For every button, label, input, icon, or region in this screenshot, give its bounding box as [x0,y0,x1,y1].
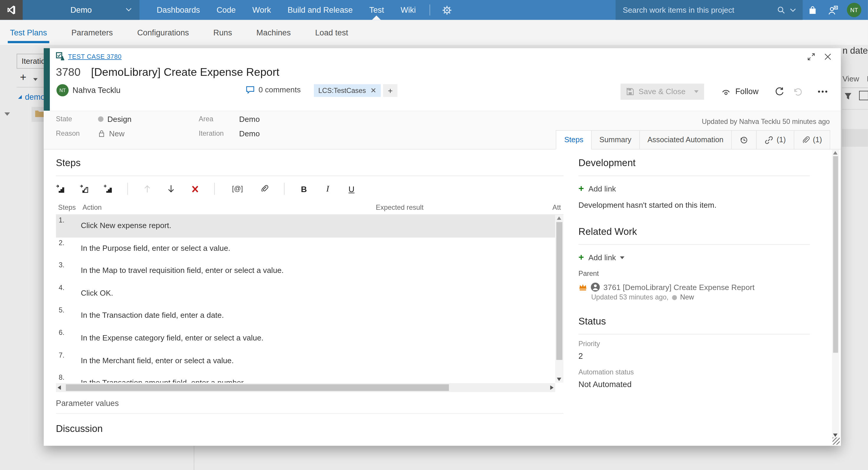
nav-item-code[interactable]: Code [208,0,244,20]
area-field[interactable]: Demo [239,115,350,123]
follow-button[interactable]: Follow [721,87,758,96]
scrollbar-thumb[interactable] [66,384,449,391]
search-input[interactable] [623,6,773,14]
tab-links[interactable]: (1) [756,130,794,150]
move-step-up-button[interactable] [143,184,152,193]
nav-item-build-and-release[interactable]: Build and Release [279,0,361,20]
new-dropdown-caret-icon[interactable] [33,78,38,83]
step-row[interactable]: 2. In the Purpose field, enter or select… [56,237,555,260]
tab-runs[interactable]: Runs [213,20,232,45]
step-row[interactable]: 4. Click OK. [56,282,555,305]
step-action-cell[interactable]: In the Expense category field, enter or … [81,327,264,350]
work-item-type-link[interactable]: TEST CASE 3780 [68,53,122,60]
scroll-right-icon[interactable] [550,385,554,390]
column-options-icon[interactable] [859,91,868,100]
step-action-cell[interactable]: In the Transaction amount field, enter a… [81,372,245,383]
step-action-cell[interactable]: In the Merchant field, enter or select a… [81,350,234,372]
dialog-scrollbar[interactable] [832,150,839,439]
nav-item-wiki[interactable]: Wiki [392,0,424,20]
move-step-down-button[interactable] [167,184,176,193]
add-tag-button[interactable]: + [383,84,398,97]
nav-item-work[interactable]: Work [244,0,279,20]
step-action-cell[interactable]: Click New expense report. [81,215,172,237]
iteration-field[interactable]: Demo [239,129,350,138]
parent-work-item-link[interactable]: 3761 [DemoLibrary] Create Expense Report [603,283,755,292]
nav-item-dashboards[interactable]: Dashboards [148,0,208,20]
step-row[interactable]: 6. In the Expense category field, enter … [56,327,555,350]
refresh-button[interactable] [775,87,784,96]
scroll-up-icon[interactable] [557,216,561,220]
step-row[interactable]: 3. In the Map to travel requisition fiel… [56,260,555,282]
maximize-dialog-button[interactable] [807,53,815,63]
collapse-pane-icon[interactable] [4,112,10,119]
delete-step-button[interactable] [190,184,199,193]
close-dialog-button[interactable] [824,53,832,63]
underline-button[interactable]: U [347,184,356,193]
insert-step-button[interactable] [56,184,65,193]
development-add-link-button[interactable]: + Add link [578,183,810,195]
marketplace-button[interactable] [803,0,823,20]
invite-user-button[interactable] [823,0,843,20]
undo-button[interactable] [794,87,803,96]
tag-chip[interactable]: LCS:TestCases ✕ [314,84,381,97]
steps-vertical-scrollbar[interactable] [555,215,563,383]
search-scope-dropdown[interactable] [789,0,797,20]
save-and-close-button[interactable]: Save & Close [620,83,704,99]
assigned-to-field[interactable]: NT Nahva Tecklu [56,84,120,96]
vsts-logo[interactable] [0,0,23,20]
tab-attachments[interactable]: (1) [794,130,830,150]
comments-button[interactable]: 0 comments [246,85,301,94]
state-field[interactable]: Design [98,115,199,123]
related-add-link-button[interactable]: + Add link [578,252,810,263]
scroll-down-icon[interactable] [833,434,838,437]
tree-node-demo[interactable]: demo [17,92,45,101]
steps-horizontal-scrollbar[interactable] [56,383,555,392]
tab-steps[interactable]: Steps [556,130,592,150]
parent-work-item-row[interactable]: 3761 [DemoLibrary] Create Expense Report [578,282,810,292]
step-action-cell[interactable]: In the Purpose field, enter or select a … [81,237,230,260]
work-item-title[interactable]: 3780[DemoLibrary] Create Expense Report [56,66,280,79]
tab-load-test[interactable]: Load test [315,20,348,45]
nav-item-test[interactable]: Test [361,0,392,20]
search-box[interactable] [616,0,803,20]
tab-history[interactable] [731,130,756,150]
step-action-cell[interactable]: In the Map to travel requisition field, … [81,260,284,282]
more-actions-button[interactable]: ••• [818,87,829,96]
insert-parameter-button[interactable]: [@] [230,184,245,193]
state-value: Design [107,115,131,123]
step-action-cell[interactable]: Click OK. [81,282,113,305]
view-selector[interactable]: ViewList [842,74,868,83]
save-options-caret-icon[interactable] [694,90,699,95]
tab-parameters[interactable]: Parameters [71,20,113,45]
project-selector[interactable]: Demo [23,0,140,20]
step-row[interactable]: 1. Click New expense report. [56,215,555,237]
step-row[interactable]: 5. In the Transaction date field, enter … [56,305,555,327]
scroll-up-icon[interactable] [833,151,838,154]
step-row[interactable]: 8. In the Transaction amount field, ente… [56,372,555,383]
step-action-cell[interactable]: In the Transaction date field, enter a d… [81,305,224,327]
scroll-down-icon[interactable] [557,378,561,381]
scrollbar-thumb[interactable] [833,156,838,353]
new-test-plan-button[interactable]: + [20,71,27,84]
tab-machines[interactable]: Machines [256,20,290,45]
dialog-resize-grip[interactable] [833,438,840,445]
scrollbar-thumb[interactable] [556,222,562,360]
tab-associated-automation[interactable]: Associated Automation [639,130,732,150]
step-row[interactable]: 7. In the Merchant field, enter or selec… [56,350,555,372]
tab-summary[interactable]: Summary [591,130,640,150]
view-value[interactable]: List [867,74,868,83]
user-avatar[interactable]: NT [847,3,862,17]
settings-gear-button[interactable] [436,0,458,20]
italic-button[interactable]: I [323,184,332,193]
tab-configurations[interactable]: Configurations [137,20,189,45]
tab-test-plans[interactable]: Test Plans [10,20,47,45]
scroll-left-icon[interactable] [58,385,61,390]
add-attachment-button[interactable] [260,184,269,193]
bold-button[interactable]: B [299,184,308,193]
priority-value[interactable]: 2 [578,352,810,360]
add-step-button[interactable] [103,184,112,193]
search-button[interactable] [773,0,789,20]
filter-icon[interactable] [844,92,852,102]
remove-tag-icon[interactable]: ✕ [370,86,376,95]
insert-shared-steps-button[interactable] [80,184,89,193]
